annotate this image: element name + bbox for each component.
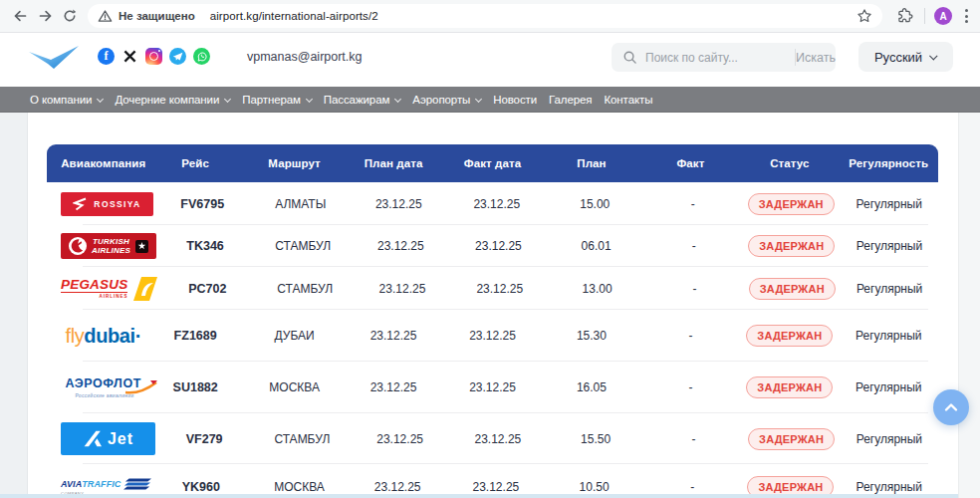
status-badge: ЗАДЕРЖАН — [749, 278, 836, 300]
toolbar-divider — [924, 8, 925, 24]
security-label[interactable]: Не защищено — [119, 10, 195, 22]
social-links: f — [98, 48, 210, 65]
telegram-icon[interactable] — [169, 48, 186, 65]
pegasus-logo: PEGASUSAIRLINES — [61, 276, 158, 302]
column-header: Факт дата — [443, 157, 542, 169]
plan-date: 23.12.25 — [352, 432, 449, 446]
status-badge: ЗАДЕРЖАН — [748, 235, 835, 257]
plan-time: 15.00 — [546, 197, 644, 211]
column-header: Статус — [740, 157, 839, 169]
table-header: АвиакомпанияРейсМаршрутПлан датаФакт дат… — [47, 144, 938, 182]
search-icon — [622, 50, 637, 65]
plan-time: 13.00 — [549, 282, 646, 296]
page-content: АвиакомпанияРейсМаршрутПлан датаФакт дат… — [0, 113, 980, 498]
profile-avatar[interactable]: A — [934, 7, 952, 25]
column-header: План дата — [344, 157, 442, 169]
rossiya-logo: ROSSIYA — [61, 192, 153, 216]
fact-time: - — [641, 329, 740, 343]
contact-email[interactable]: vpmanas@airport.kg — [247, 50, 363, 64]
url-text[interactable]: airport.kg/international-airports/2 — [210, 10, 378, 22]
route: МОСКВА — [245, 380, 344, 394]
column-header: Авиакомпания — [47, 157, 145, 169]
airline-logo-cell: ROSSIYA — [47, 192, 153, 216]
search-input[interactable] — [645, 51, 793, 65]
regularity: Регулярный — [841, 239, 938, 253]
regularity: Регулярный — [840, 480, 938, 494]
route: СТАМБУЛ — [256, 282, 354, 296]
nav-item-4[interactable]: Аэропорты — [412, 94, 481, 106]
fact-date: 23.12.25 — [443, 380, 542, 394]
whatsapp-icon[interactable] — [193, 48, 210, 65]
instagram-icon[interactable] — [145, 48, 162, 65]
status-cell: ЗАДЕРЖАН — [740, 325, 839, 347]
nav-item-1[interactable]: Дочерние компании — [115, 94, 230, 106]
chevron-down-icon — [306, 95, 313, 102]
regularity: Регулярный — [841, 282, 938, 296]
status-cell: ЗАДЕРЖАН — [742, 193, 841, 215]
route: МОСКВА — [250, 480, 349, 494]
fact-time: - — [644, 197, 743, 211]
status-badge: ЗАДЕРЖАН — [748, 193, 835, 215]
nav-item-5[interactable]: Новости — [493, 94, 537, 106]
page-left-margin — [0, 113, 28, 494]
back-button[interactable] — [10, 6, 30, 26]
fact-time: - — [645, 239, 743, 253]
browser-scrollbar[interactable] — [958, 113, 980, 498]
security-warning-icon[interactable] — [98, 9, 113, 23]
flight-number: YK960 — [151, 480, 250, 494]
fact-date: 23.12.25 — [451, 282, 549, 296]
scroll-to-top-button[interactable] — [933, 389, 969, 425]
chevron-down-icon — [394, 95, 401, 102]
status-cell: ЗАДЕРЖАН — [743, 235, 841, 257]
flight-row: flydubai· FZ1689ДУБАИ23.12.2523.12.2515.… — [47, 310, 938, 362]
search-button[interactable]: Искать — [796, 51, 836, 65]
bookmark-star-icon[interactable] — [857, 8, 872, 24]
flight-number: FV6795 — [153, 197, 252, 211]
flight-row: АЭРОФЛОТ Российские авиалинии SU1882МОСК… — [47, 362, 938, 413]
flight-number: TK346 — [156, 239, 254, 253]
turkish-airlines-logo: TURKISHAIRLINES — [61, 233, 156, 259]
facebook-icon[interactable]: f — [98, 48, 115, 65]
flight-row: AVIATRAFFIC COMPANY YK960МОСКВА23.12.252… — [47, 464, 938, 498]
flights-table: АвиакомпанияРейсМаршрутПлан датаФакт дат… — [47, 144, 938, 498]
plan-date: 23.12.25 — [349, 480, 447, 494]
plan-time: 15.50 — [547, 432, 644, 446]
address-bar[interactable]: Не защищено airport.kg/international-air… — [88, 4, 882, 28]
flight-number: VF279 — [155, 432, 253, 446]
language-selector[interactable]: Русский — [858, 42, 953, 72]
browser-window: Не защищено airport.kg/international-air… — [0, 0, 980, 498]
site-header: f vpmanas@airport.kg Искать Русский — [0, 33, 980, 87]
regularity: Регулярный — [840, 380, 938, 394]
fact-date: 23.12.25 — [448, 197, 547, 211]
forward-button[interactable] — [36, 6, 56, 26]
nav-item-0[interactable]: О компании — [30, 94, 103, 106]
flight-number: FZ1689 — [145, 329, 244, 343]
route: АЛМАТЫ — [252, 197, 351, 211]
ajet-logo: Jet — [61, 422, 155, 455]
status-badge: ЗАДЕРЖАН — [746, 325, 833, 347]
airline-logo-cell: PEGASUSAIRLINES — [47, 276, 158, 302]
x-icon[interactable] — [122, 48, 138, 65]
table-body: ROSSIYA FV6795АЛМАТЫ23.12.2523.12.2515.0… — [47, 182, 938, 498]
regularity: Регулярный — [841, 432, 938, 446]
reload-button[interactable] — [60, 6, 80, 26]
flight-row: Jet VF279СТАМБУЛ23.12.2523.12.2515.50-ЗА… — [47, 413, 938, 464]
extensions-icon[interactable] — [897, 8, 913, 28]
nav-item-3[interactable]: Пассажирам — [324, 94, 400, 106]
chevron-down-icon — [97, 95, 104, 102]
plan-time: 16.05 — [542, 380, 640, 394]
airport-logo[interactable] — [27, 43, 81, 77]
flight-row: ROSSIYA FV6795АЛМАТЫ23.12.2523.12.2515.0… — [47, 182, 938, 225]
column-header: Регулярность — [840, 157, 938, 169]
footer-edge — [0, 494, 958, 498]
flight-number: SU1882 — [145, 380, 244, 394]
browser-menu-icon[interactable] — [965, 9, 968, 23]
nav-item-7[interactable]: Контакты — [604, 94, 652, 106]
nav-item-2[interactable]: Партнерам — [242, 94, 312, 106]
nav-item-6[interactable]: Галерея — [549, 94, 592, 106]
route: СТАМБУЛ — [253, 432, 351, 446]
airline-logo-cell: TURKISHAIRLINES — [47, 233, 156, 259]
fact-date: 23.12.25 — [449, 239, 547, 253]
fact-time: - — [643, 480, 742, 494]
column-header: Рейс — [145, 157, 244, 169]
